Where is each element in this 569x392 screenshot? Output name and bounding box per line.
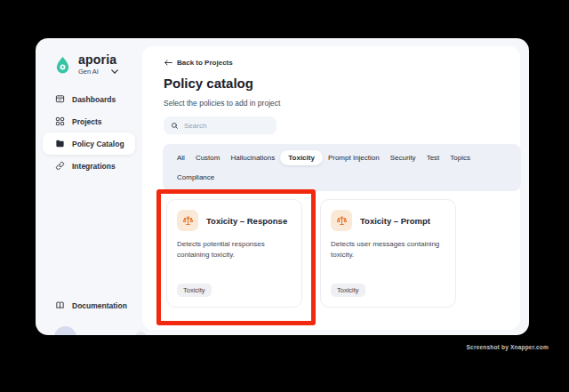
tab-compliance[interactable]: Compliance — [172, 170, 220, 185]
page-subtitle: Select the policies to add in project — [164, 99, 280, 108]
search-input[interactable] — [184, 122, 264, 130]
workspace-name: Gen AI — [78, 68, 99, 76]
tab-security[interactable]: Security — [385, 150, 421, 165]
card-description: Detects user messages containing toxicit… — [331, 239, 451, 261]
sidebar-item-integrations[interactable]: Integrations — [36, 155, 142, 177]
policy-card-toxicity-prompt[interactable]: Toxicity – Prompt Detects user messages … — [320, 199, 456, 308]
tab-topics[interactable]: Topics — [445, 150, 476, 165]
back-label: Back to Projects — [177, 59, 233, 67]
scales-icon — [177, 210, 198, 231]
sidebar: aporia Gen AI Dashb — [36, 38, 142, 335]
scales-icon — [331, 210, 352, 231]
search-icon — [171, 122, 179, 130]
main-panel: Back to Projects Policy catalog Select t… — [142, 46, 520, 330]
screenshot-stage: aporia Gen AI Dashb — [0, 0, 569, 392]
arrow-left-icon — [164, 60, 172, 66]
sidebar-item-label: Policy Catalog — [72, 140, 124, 148]
sidebar-item-documentation[interactable]: Documentation — [36, 294, 142, 316]
chat-bubble[interactable] — [135, 332, 147, 335]
policy-card-toxicity-response[interactable]: Toxicity – Response Detects potential re… — [166, 199, 302, 308]
sidebar-item-projects[interactable]: Projects — [36, 110, 142, 132]
dashboard-icon — [55, 94, 65, 104]
back-to-projects-link[interactable]: Back to Projects — [164, 59, 233, 67]
logo-text: aporia Gen AI — [78, 53, 118, 76]
watermark-text: Screenshot by Xnapper.com — [467, 344, 549, 350]
link-icon — [55, 161, 65, 171]
sidebar-item-label: Documentation — [72, 301, 127, 310]
sidebar-item-label: Projects — [72, 117, 102, 126]
aporia-logo-icon — [53, 55, 72, 74]
policy-cards: Toxicity – Response Detects potential re… — [166, 199, 456, 308]
tab-hallucinations[interactable]: Hallucinations — [225, 150, 280, 165]
workspace-switcher[interactable]: aporia Gen AI — [53, 53, 142, 76]
tab-test[interactable]: Test — [421, 150, 445, 165]
card-title: Toxicity – Response — [206, 216, 287, 226]
grid-icon — [55, 116, 65, 126]
policy-filter-tabs: All Custom Hallucinations Toxicity Promp… — [163, 144, 521, 191]
search-box[interactable] — [164, 116, 276, 134]
sidebar-item-dashboards[interactable]: Dashboards — [36, 88, 142, 110]
card-tag: Toxicity — [331, 284, 365, 297]
sidebar-item-policy-catalog[interactable]: Policy Catalog — [43, 132, 135, 155]
tab-toxicity[interactable]: Toxicity — [280, 150, 323, 165]
page-title: Policy catalog — [164, 76, 253, 91]
chevron-down-icon — [111, 69, 118, 74]
sidebar-footer: Documentation — [36, 294, 142, 316]
card-title: Toxicity – Prompt — [360, 216, 430, 226]
folder-icon — [55, 139, 65, 148]
tab-all[interactable]: All — [172, 150, 190, 165]
sidebar-item-label: Dashboards — [72, 95, 116, 104]
tab-prompt-injection[interactable]: Prompt Injection — [323, 150, 385, 165]
tab-custom[interactable]: Custom — [190, 150, 226, 165]
sidebar-item-label: Integrations — [72, 162, 116, 171]
sidebar-nav: Dashboards Projects — [36, 88, 142, 177]
card-description: Detects potential responses containing t… — [177, 239, 297, 261]
avatar[interactable] — [54, 326, 76, 335]
card-tag: Toxicity — [177, 284, 212, 297]
app-window: aporia Gen AI Dashb — [36, 38, 529, 335]
book-icon — [55, 300, 65, 310]
brand-name: aporia — [78, 53, 118, 66]
